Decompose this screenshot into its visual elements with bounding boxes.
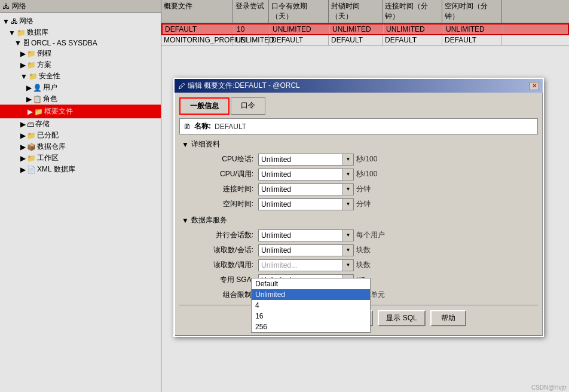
select-idle-time[interactable]: Unlimited ▼ bbox=[258, 198, 354, 210]
control-parallel-sessions: Unlimited ▼ 每个用户 bbox=[258, 229, 536, 241]
tab-password[interactable]: 口令 bbox=[231, 97, 265, 115]
unit-idle-time: 分钟 bbox=[356, 199, 371, 209]
db-services-header-label: 数据库服务 bbox=[191, 215, 227, 225]
label-idle-time: 空闲时间: bbox=[182, 198, 253, 210]
control-reads-call: Unlimited... ▼ 块数 bbox=[258, 259, 536, 271]
modal-title: 编辑 概要文件:DEFAULT - @ORCL bbox=[188, 81, 300, 91]
name-value: DEFAULT bbox=[215, 122, 246, 131]
control-cpu-call: Unlimited ▼ 秒/100 bbox=[258, 168, 536, 180]
details-header-label: 详细资料 bbox=[191, 139, 220, 149]
unit-cpu-session: 秒/100 bbox=[356, 154, 377, 164]
label-composite: 组合限制: bbox=[182, 289, 253, 301]
modal-titlebar: 🖊 编辑 概要文件:DEFAULT - @ORCL ✕ bbox=[175, 79, 543, 93]
select-arrow-icon[interactable]: ▼ bbox=[342, 245, 353, 256]
modal-overlay: 🖊 编辑 概要文件:DEFAULT - @ORCL ✕ 一般信息 口令 🖹 名称… bbox=[0, 0, 569, 392]
dropdown-item-4[interactable]: 4 bbox=[252, 300, 370, 311]
modal-title-left: 🖊 编辑 概要文件:DEFAULT - @ORCL bbox=[178, 81, 300, 91]
tab-general[interactable]: 一般信息 bbox=[179, 97, 230, 115]
select-cpu-call[interactable]: Unlimited ▼ bbox=[258, 169, 354, 180]
select-cpu-session[interactable]: Unlimited ▼ bbox=[258, 154, 354, 166]
help-button[interactable]: 帮助 bbox=[430, 310, 466, 326]
select-reads-session[interactable]: Unlimited ▼ bbox=[258, 244, 354, 256]
label-parallel-sessions: 并行会话数: bbox=[182, 229, 253, 241]
select-arrow-icon[interactable]: ▼ bbox=[342, 230, 353, 241]
label-reads-session: 读取数/会话: bbox=[182, 244, 253, 256]
name-section: 🖹 名称: DEFAULT bbox=[179, 118, 538, 134]
name-label: 名称: bbox=[194, 121, 211, 131]
dropdown-item-unlimited[interactable]: Unlimited bbox=[252, 289, 370, 300]
label-sga: 专用 SGA: bbox=[182, 274, 253, 286]
details-form: CPU绘话: Unlimited ▼ 秒/100 CPU/调用: Unlimit… bbox=[179, 153, 538, 210]
select-arrow-icon[interactable]: ▼ bbox=[342, 184, 353, 195]
control-reads-session: Unlimited ▼ 块数 bbox=[258, 244, 536, 256]
db-services-expand-icon: ▼ bbox=[182, 216, 189, 225]
db-services-section-header: ▼ 数据库服务 bbox=[179, 214, 538, 226]
label-reads-call: 读取数/调用: bbox=[182, 259, 253, 271]
control-idle-time: Unlimited ▼ 分钟 bbox=[258, 198, 536, 210]
dropdown-item-256[interactable]: 256 bbox=[252, 321, 370, 332]
label-connect-time: 连接时间: bbox=[182, 183, 253, 195]
unit-reads-session: 块数 bbox=[356, 245, 371, 255]
unit-reads-call: 块数 bbox=[356, 260, 371, 270]
unit-parallel-sessions: 每个用户 bbox=[356, 230, 385, 240]
tab-bar: 一般信息 口令 bbox=[179, 97, 538, 115]
show-sql-button[interactable]: 显示 SQL bbox=[378, 310, 425, 326]
select-arrow-icon[interactable]: ▼ bbox=[342, 199, 353, 210]
select-arrow-icon[interactable]: ▼ bbox=[342, 169, 353, 180]
dropdown-item-16[interactable]: 16 bbox=[252, 311, 370, 321]
unit-cpu-call: 秒/100 bbox=[356, 169, 377, 179]
label-cpu-session: CPU绘话: bbox=[182, 153, 253, 166]
select-reads-call[interactable]: Unlimited... ▼ bbox=[258, 259, 354, 271]
details-expand-icon: ▼ bbox=[182, 140, 189, 149]
modal-icon: 🖊 bbox=[178, 82, 185, 90]
dropdown-item-default[interactable]: Default bbox=[252, 278, 370, 289]
label-cpu-call: CPU/调用: bbox=[182, 168, 253, 180]
name-icon: 🖹 bbox=[183, 122, 191, 131]
unit-connect-time: 分钟 bbox=[356, 184, 371, 194]
details-section-header: ▼ 详细资料 bbox=[179, 138, 538, 151]
select-connect-time[interactable]: Unlimited ▼ bbox=[258, 183, 354, 195]
control-cpu-session: Unlimited ▼ 秒/100 bbox=[258, 153, 536, 166]
watermark: CSDN@Hvjtr bbox=[531, 384, 567, 391]
select-arrow-icon[interactable]: ▼ bbox=[342, 260, 353, 271]
control-connect-time: Unlimited ▼ 分钟 bbox=[258, 183, 536, 195]
select-parallel-sessions[interactable]: Unlimited ▼ bbox=[258, 229, 354, 241]
close-button[interactable]: ✕ bbox=[530, 82, 539, 90]
select-arrow-icon[interactable]: ▼ bbox=[342, 154, 353, 165]
dropdown-list: Default Unlimited 4 16 256 bbox=[251, 278, 371, 333]
